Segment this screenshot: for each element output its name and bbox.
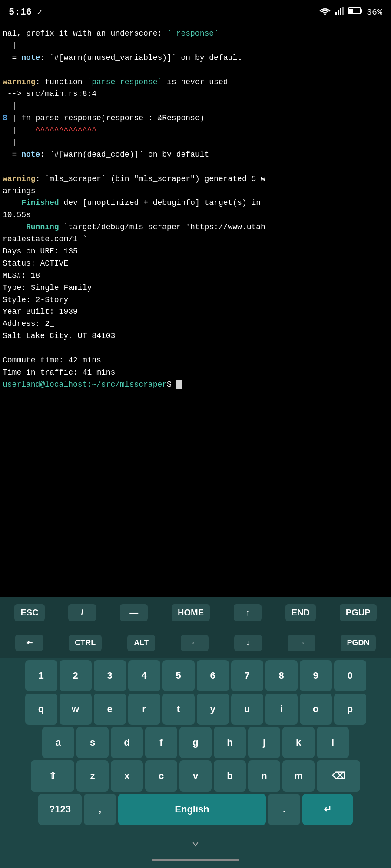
key-u[interactable]: u: [231, 694, 263, 725]
key-s[interactable]: s: [76, 727, 109, 758]
terminal-line: warning: `mls_scraper` (bin "mls_scraper…: [3, 173, 388, 185]
dash-key[interactable]: —: [120, 604, 148, 621]
terminal-line: Style: 2-Story: [3, 294, 388, 306]
space-key[interactable]: English: [118, 794, 266, 825]
key-4[interactable]: 4: [128, 660, 160, 691]
key-l[interactable]: l: [317, 727, 349, 758]
key-6[interactable]: 6: [197, 660, 229, 691]
terminal-key-bar: ESC / — HOME ↑ END PGUP: [0, 597, 391, 628]
key-w[interactable]: w: [60, 694, 92, 725]
key-g[interactable]: g: [179, 727, 212, 758]
key-a[interactable]: a: [42, 727, 74, 758]
terminal-line: Type: Single Family: [3, 282, 388, 294]
backspace-key[interactable]: ⌫: [317, 760, 360, 792]
terminal-line: realestate.com/1_`: [3, 233, 388, 246]
terminal-line: [3, 64, 388, 76]
terminal-line: = note: `#[warn(unused_variables)]` on b…: [3, 52, 388, 64]
terminal-line: Address: 2_: [3, 318, 388, 330]
terminal-line: Year Built: 1939: [3, 306, 388, 318]
check-icon: ✓: [37, 7, 43, 18]
key-i[interactable]: i: [265, 694, 298, 725]
status-left: 5:16 ✓: [9, 7, 43, 18]
time-display: 5:16: [9, 7, 32, 18]
down-arrow-key[interactable]: ↓: [234, 635, 262, 651]
keyboard-number-row: 1 2 3 4 5 6 7 8 9 0: [2, 660, 389, 691]
key-r[interactable]: r: [128, 694, 160, 725]
pgup-key[interactable]: PGUP: [340, 604, 377, 621]
terminal-line: warning: function `parse_response` is ne…: [3, 76, 388, 89]
key-2[interactable]: 2: [60, 660, 92, 691]
terminal-arrow-bar: ⇤ CTRL ALT ← ↓ → PGDN: [0, 628, 391, 658]
keyboard-zxcv-row: ⇧ z x c v b n m ⌫: [2, 760, 389, 792]
terminal-line: Time in traffic: 41 mins: [3, 367, 388, 379]
key-0[interactable]: 0: [334, 660, 366, 691]
pgdn-key[interactable]: PGDN: [341, 635, 375, 651]
right-arrow-key[interactable]: →: [288, 635, 315, 651]
battery-icon: [348, 7, 362, 17]
key-f[interactable]: f: [145, 727, 177, 758]
key-h[interactable]: h: [214, 727, 246, 758]
key-7[interactable]: 7: [231, 660, 263, 691]
home-bar: [152, 859, 239, 861]
key-9[interactable]: 9: [300, 660, 332, 691]
terminal-line: Days on URE: 135: [3, 246, 388, 258]
enter-key[interactable]: ↵: [302, 794, 353, 825]
up-arrow-key[interactable]: ↑: [234, 604, 262, 621]
key-d[interactable]: d: [111, 727, 143, 758]
key-p[interactable]: p: [334, 694, 366, 725]
terminal-line: 10.55s: [3, 209, 388, 221]
status-right: 36%: [319, 7, 382, 18]
terminal-line: |: [3, 100, 388, 112]
comma-key[interactable]: ,: [84, 794, 116, 825]
key-m[interactable]: m: [282, 760, 315, 792]
svg-rect-7: [349, 9, 353, 13]
terminal-line: --> src/main.rs:8:4: [3, 88, 388, 100]
end-key[interactable]: END: [285, 604, 316, 621]
shift-key[interactable]: ⇧: [31, 760, 74, 792]
key-8[interactable]: 8: [265, 660, 298, 691]
keyboard: 1 2 3 4 5 6 7 8 9 0 q w e r t y u i o p …: [0, 658, 391, 830]
terminal-line: [3, 342, 388, 355]
numbers-switch-key[interactable]: ?123: [38, 794, 82, 825]
key-o[interactable]: o: [300, 694, 332, 725]
terminal-line: Salt Lake City, UT 84103: [3, 330, 388, 342]
alt-key[interactable]: ALT: [127, 635, 155, 651]
key-y[interactable]: y: [197, 694, 229, 725]
left-arrow-key[interactable]: ←: [181, 635, 209, 651]
terminal-line: arnings: [3, 185, 388, 197]
esc-key[interactable]: ESC: [14, 604, 44, 621]
ctrl-key[interactable]: CTRL: [69, 635, 102, 651]
keyboard-asdf-row: a s d f g h j k l: [2, 727, 389, 758]
home-indicator: [0, 852, 391, 868]
key-5[interactable]: 5: [162, 660, 195, 691]
terminal-line: nal, prefix it with an underscore: `_res…: [3, 28, 388, 40]
key-n[interactable]: n: [248, 760, 280, 792]
key-c[interactable]: c: [145, 760, 177, 792]
key-j[interactable]: j: [248, 727, 280, 758]
battery-percent: 36%: [367, 7, 382, 17]
key-e[interactable]: e: [94, 694, 126, 725]
svg-rect-3: [340, 8, 341, 15]
key-z[interactable]: z: [76, 760, 109, 792]
tab-key[interactable]: ⇤: [15, 635, 43, 651]
terminal-output[interactable]: nal, prefix it with an underscore: `_res…: [0, 24, 391, 597]
terminal-line: Running `target/debug/mls_scraper 'https…: [3, 221, 388, 233]
key-b[interactable]: b: [214, 760, 246, 792]
period-key[interactable]: .: [268, 794, 300, 825]
hide-keyboard-icon[interactable]: ⌄: [192, 834, 199, 848]
slash-key[interactable]: /: [68, 604, 96, 621]
key-x[interactable]: x: [111, 760, 143, 792]
key-q[interactable]: q: [25, 694, 57, 725]
terminal-line: |: [3, 40, 388, 52]
key-v[interactable]: v: [179, 760, 212, 792]
key-3[interactable]: 3: [94, 660, 126, 691]
key-t[interactable]: t: [162, 694, 195, 725]
home-key[interactable]: HOME: [172, 604, 210, 621]
svg-rect-6: [361, 9, 362, 13]
terminal-line: = note: `#[warn(dead_code)]` on by defau…: [3, 149, 388, 161]
terminal-line: Commute time: 42 mins: [3, 355, 388, 367]
key-k[interactable]: k: [282, 727, 315, 758]
keyboard-bottom-row: ?123 , English . ↵: [2, 794, 389, 825]
svg-rect-2: [338, 10, 339, 15]
key-1[interactable]: 1: [25, 660, 57, 691]
